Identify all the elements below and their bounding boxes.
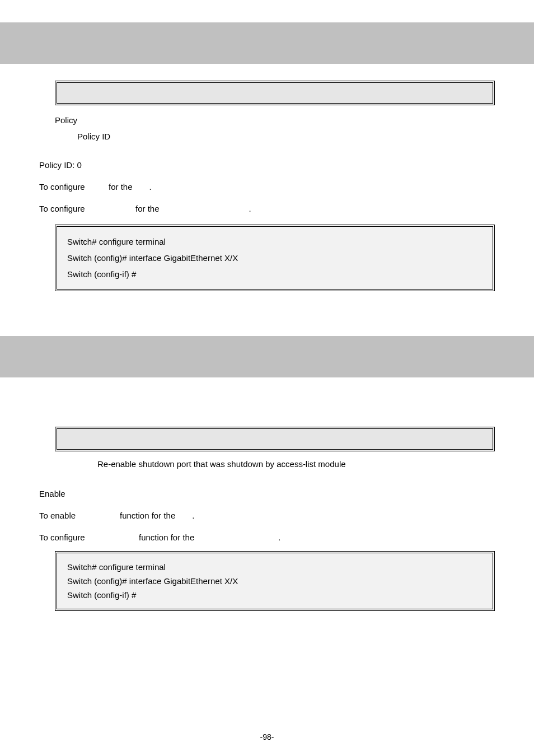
usage-guidelines-1a: To configure for the . <box>39 182 495 192</box>
usage-lead: To enable <box>39 511 95 520</box>
syntax-box-2 <box>55 427 495 451</box>
example-box-1: Switch# configure terminal Switch (confi… <box>55 225 495 291</box>
parameter-block: Policy Policy ID <box>55 112 495 144</box>
usage-end: . <box>192 511 194 520</box>
usage-end: . <box>149 182 152 192</box>
example-line: Switch (config-if) # <box>67 588 483 602</box>
page-number: -98- <box>0 732 534 741</box>
usage-end: . <box>249 204 251 213</box>
description-line: Re-enable shutdown port that was shutdow… <box>97 459 495 469</box>
usage-guidelines-2b: To configure function for the . <box>39 533 495 542</box>
usage-lead: To configure <box>39 182 109 192</box>
usage-end: . <box>278 533 280 542</box>
usage-guidelines-2a: To enable function for the . <box>39 511 495 520</box>
usage-mid: function for the <box>139 533 194 542</box>
example-line: Switch# configure terminal <box>67 560 483 574</box>
example-line: Switch# configure terminal <box>67 234 483 250</box>
example-box-2: Switch# configure terminal Switch (confi… <box>55 551 495 611</box>
param-label: Policy <box>55 115 116 125</box>
syntax-box-1 <box>55 81 495 105</box>
section-header-1 <box>0 22 534 64</box>
usage-mid: for the <box>109 182 133 192</box>
default-value-1: Policy ID: 0 <box>39 160 495 170</box>
example-line: Switch (config)# interface GigabitEthern… <box>67 574 483 588</box>
usage-lead: To configure <box>39 204 109 213</box>
usage-mid: for the <box>135 204 160 213</box>
param-sub-label: Policy ID <box>55 132 139 141</box>
example-line: Switch (config)# interface GigabitEthern… <box>67 250 483 266</box>
usage-guidelines-1b: To configure for the . <box>39 204 495 213</box>
usage-mid: function for the <box>120 511 175 520</box>
usage-lead: To configure <box>39 533 109 542</box>
default-value-2: Enable <box>39 489 495 498</box>
section-header-2 <box>0 336 534 377</box>
example-line: Switch (config-if) # <box>67 266 483 282</box>
